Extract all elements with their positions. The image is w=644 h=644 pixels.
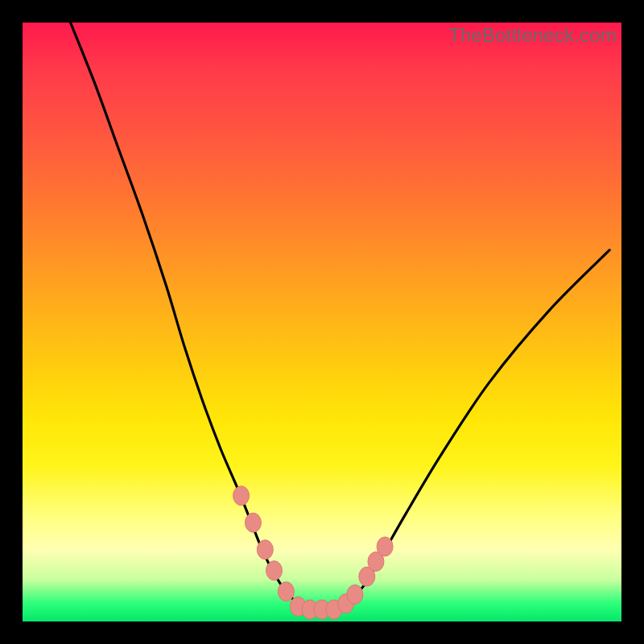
chart-stage: TheBottleneck.com [0, 0, 644, 644]
curve-marker [347, 585, 363, 605]
curve-marker [377, 537, 393, 556]
curve-marker [233, 486, 250, 506]
curve-marker [278, 582, 294, 601]
watermark-text: TheBottleneck.com [448, 24, 617, 47]
curve-marker [245, 513, 261, 532]
bottleneck-curve [71, 23, 610, 610]
curve-layer [23, 23, 621, 621]
curve-marker [257, 540, 273, 559]
plot-area [23, 23, 621, 621]
curve-markers [233, 486, 394, 619]
curve-marker [266, 561, 282, 580]
